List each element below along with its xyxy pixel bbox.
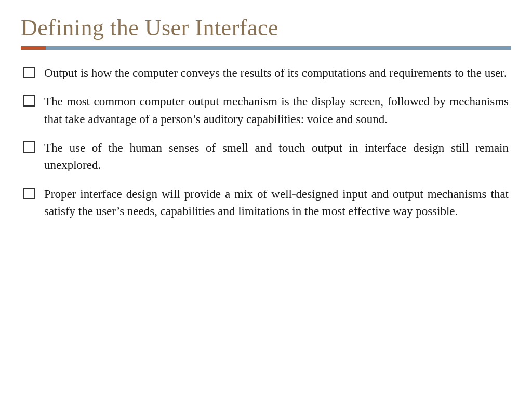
divider-orange [21,46,46,50]
bullet-item-4: Proper interface design will provide a m… [23,185,509,220]
title-area: Defining the User Interface [0,0,532,50]
slide-title: Defining the User Interface [21,15,511,41]
content-area: Output is how the computer conveys the r… [0,50,532,399]
divider-blue [46,46,511,50]
bullet-checkbox-1 [23,66,35,78]
bullet-text-3: The use of the human senses of smell and… [44,139,509,174]
bullet-item-3: The use of the human senses of smell and… [23,139,509,174]
bullet-item-2: The most common computer output mechanis… [23,93,509,128]
bullet-checkbox-4 [23,188,35,199]
slide: Defining the User Interface Output is ho… [0,0,532,399]
bullet-text-2: The most common computer output mechanis… [44,93,509,128]
bullet-text-1: Output is how the computer conveys the r… [44,64,509,82]
bullet-item-1: Output is how the computer conveys the r… [23,64,509,82]
divider-bar [21,46,511,50]
bullet-checkbox-2 [23,95,35,107]
bullet-checkbox-3 [23,141,35,153]
bullet-list: Output is how the computer conveys the r… [23,64,509,220]
bullet-text-4: Proper interface design will provide a m… [44,185,509,220]
